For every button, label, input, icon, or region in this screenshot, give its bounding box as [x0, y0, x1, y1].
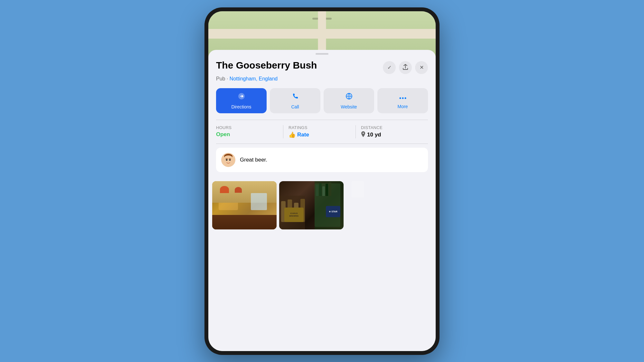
star-badge: ★ STAR	[326, 206, 340, 217]
close-icon: ✕	[420, 64, 424, 70]
close-button[interactable]: ✕	[415, 61, 428, 74]
tap-4	[300, 199, 305, 222]
thumbs-up-icon: 👍	[289, 131, 296, 138]
tap-handles	[281, 199, 305, 222]
svg-point-4	[404, 97, 406, 99]
tap-2	[288, 200, 292, 222]
bottle	[316, 185, 318, 196]
review-card: Great beer.	[216, 148, 428, 172]
action-buttons-row: Directions Call	[208, 88, 436, 120]
bottle	[319, 183, 322, 196]
rate-text: Rate	[297, 132, 309, 138]
bar-image: ICARUSBREWING ★ STAR	[279, 181, 344, 229]
svg-point-2	[399, 97, 401, 99]
svg-point-7	[224, 155, 232, 159]
place-card-sheet: The Gooseberry Bush ✓	[208, 50, 436, 351]
website-label: Website	[341, 104, 357, 109]
bottle	[322, 186, 325, 196]
more-button[interactable]: More	[377, 88, 428, 113]
bottle	[329, 182, 331, 196]
bottle	[326, 184, 328, 196]
call-label: Call	[291, 104, 299, 109]
tap-3	[294, 203, 298, 222]
ratings-stat[interactable]: RATINGS 👍 Rate	[283, 125, 355, 138]
ratings-label: RATINGS	[289, 125, 350, 130]
phone-frame: The Gooseberry Bush ✓	[204, 7, 440, 355]
more-icon	[399, 93, 406, 101]
tap-1	[281, 201, 286, 222]
hours-value: Open	[216, 131, 278, 138]
lamp-1	[220, 186, 229, 193]
hours-stat: HOURS Open	[216, 125, 283, 138]
distance-value: 10 yd	[361, 131, 423, 138]
share-icon	[403, 64, 408, 71]
checkmark-button[interactable]: ✓	[383, 61, 396, 74]
directions-button[interactable]: Directions	[216, 88, 267, 113]
svg-point-9	[229, 159, 231, 161]
sheet-header: The Gooseberry Bush ✓	[208, 55, 436, 88]
reviewer-avatar	[221, 153, 235, 167]
header-top: The Gooseberry Bush ✓	[216, 60, 428, 74]
call-button[interactable]: Call	[270, 88, 320, 113]
frame-art	[351, 181, 364, 197]
icarus-badge: ICARUSBREWING	[284, 208, 304, 222]
hours-label: HOURS	[216, 125, 278, 130]
bottle-row-1	[316, 182, 342, 196]
floor	[212, 215, 277, 229]
place-type: Pub	[216, 76, 225, 81]
photo-1[interactable]	[212, 181, 277, 229]
window	[251, 193, 267, 210]
svg-point-3	[402, 97, 403, 99]
distance-label: DISTANCE	[361, 125, 423, 130]
website-icon	[346, 93, 353, 102]
pub-interior-image	[212, 181, 277, 229]
checkmark-icon: ✓	[387, 64, 392, 70]
stats-row: HOURS Open RATINGS 👍 Rate DISTANCE	[208, 120, 436, 144]
lamp-2	[235, 187, 242, 193]
directions-icon	[238, 93, 245, 102]
more-label: More	[398, 104, 408, 109]
header-action-buttons: ✓ ✕	[383, 61, 428, 74]
distance-stat: DISTANCE 10 yd	[355, 125, 428, 138]
photos-row: ICARUSBREWING ★ STAR	[208, 177, 436, 236]
review-text: Great beer.	[240, 157, 267, 163]
map-road-vertical	[318, 11, 326, 56]
map-area	[208, 11, 436, 56]
distance-text: 10 yd	[367, 132, 381, 138]
directions-label: Directions	[231, 104, 251, 109]
review-container: Great beer.	[208, 144, 436, 172]
ratings-value[interactable]: 👍 Rate	[289, 131, 350, 138]
website-button[interactable]: Website	[324, 88, 374, 113]
share-button[interactable]	[399, 61, 412, 74]
call-icon	[292, 93, 299, 102]
place-title: The Gooseberry Bush	[216, 60, 383, 71]
place-location[interactable]: Nottingham, England	[230, 76, 278, 81]
place-subtitle: Pub · Nottingham, England	[216, 76, 428, 82]
phone-screen: The Gooseberry Bush ✓	[208, 11, 436, 351]
svg-point-8	[226, 159, 228, 161]
location-pin-icon	[361, 131, 365, 138]
photo-2[interactable]: ICARUSBREWING ★ STAR	[279, 181, 344, 229]
